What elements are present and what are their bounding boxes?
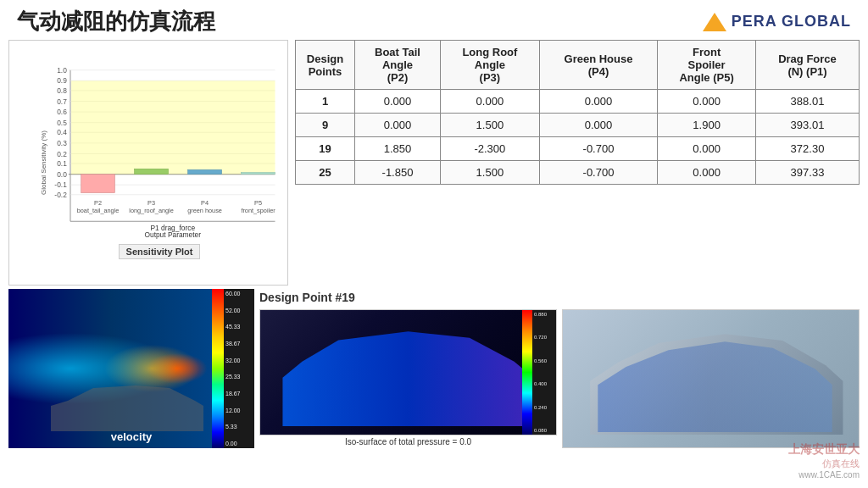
chart-area: Global Sensitivity (%) 1.0 0.9	[8, 40, 288, 286]
highlight-band	[71, 80, 275, 174]
side-colorbar-grad	[522, 310, 532, 435]
logo-area: PERA GLOBAL	[703, 13, 851, 31]
side-cb-5: 0.720	[534, 335, 547, 340]
watermark-url: www.1CAE.com	[788, 470, 860, 480]
sensitivity-chart: 1.0 0.9 0.8 0.7 0.6 0.5 0.4 0.3	[35, 53, 284, 239]
svg-text:green house: green house	[187, 207, 222, 214]
svg-text:-0.2: -0.2	[54, 191, 67, 199]
cfd-side-car	[269, 319, 548, 426]
cfd-side-image: 0.880 0.720 0.560 0.400 0.240 0.080	[259, 309, 557, 435]
svg-text:0.0: 0.0	[57, 170, 67, 179]
bottom-right: Design Point #19 0.880 0.720 0.5	[259, 289, 860, 448]
table-area: DesignPoints Boat TailAngle(P2) Long Roo…	[295, 40, 860, 286]
side-cb-min: 0.080	[534, 428, 547, 433]
svg-text:long_roof_angle: long_roof_angle	[129, 207, 174, 214]
col-header-p5: FrontSpoilerAngle (P5)	[658, 41, 756, 90]
svg-text:Output Parameter: Output Parameter	[144, 230, 201, 239]
cell-val-1-3: 0.000	[539, 114, 657, 137]
cell-val-1-4: 1.900	[658, 114, 756, 137]
cb-label-2: 5.33	[225, 424, 241, 430]
top-section: Global Sensitivity (%) 1.0 0.9	[8, 40, 860, 286]
cell-val-3-5: 397.33	[756, 161, 860, 185]
cfd-3d-image	[562, 309, 860, 448]
logo-triangle-icon	[703, 13, 726, 31]
cell-val-2-4: 0.000	[658, 137, 756, 161]
bar-p5	[242, 173, 275, 175]
svg-text:0.8: 0.8	[57, 86, 67, 95]
svg-text:0.2: 0.2	[57, 150, 67, 158]
col-header-p4: Green House(P4)	[539, 41, 657, 90]
table-row-0: 10.0000.0000.0000.000388.01	[296, 90, 860, 114]
cb-label-9: 52.00	[225, 308, 241, 313]
bar-p2	[81, 175, 115, 193]
table-row-3: 25-1.8501.500-0.7000.000397.33	[296, 161, 860, 185]
cb-label-4: 18.67	[225, 391, 241, 396]
table-header-row: DesignPoints Boat TailAngle(P2) Long Roo…	[296, 41, 860, 90]
cell-val-0-4: 0.000	[658, 90, 756, 114]
logo-text: PERA GLOBAL	[732, 13, 851, 30]
cell-val-0-2: 0.000	[441, 90, 540, 114]
watermark-sub: 仿真在线	[788, 458, 860, 470]
bar-p3	[135, 169, 169, 174]
design-point-header: Design Point #19	[259, 289, 860, 306]
col-header-p2: Boat TailAngle(P2)	[355, 41, 441, 90]
svg-text:0.7: 0.7	[57, 97, 67, 106]
cell-dp-0: 1	[296, 90, 355, 114]
cell-val-0-1: 0.000	[355, 90, 441, 114]
iso-label: Iso-surface of total pressure = 0.0	[259, 435, 557, 448]
cell-dp-2: 19	[296, 137, 355, 161]
svg-text:0.5: 0.5	[57, 119, 67, 127]
cell-val-3-1: -1.850	[355, 161, 441, 185]
cell-dp-3: 25	[296, 161, 355, 185]
design-points-table: DesignPoints Boat TailAngle(P2) Long Roo…	[295, 40, 860, 185]
cfd-velocity-image: 60.00 52.00 45.33 38.67 32.00 25.33 18.6…	[8, 289, 254, 448]
cell-val-3-4: 0.000	[658, 161, 756, 185]
cb-label-3: 12.00	[225, 408, 241, 413]
bottom-section: 60.00 52.00 45.33 38.67 32.00 25.33 18.6…	[8, 289, 860, 448]
table-body: 10.0000.0000.0000.000388.0190.0001.5000.…	[296, 90, 860, 185]
cell-val-3-3: -0.700	[539, 161, 657, 185]
watermark-cn: 上海安世亚大	[788, 442, 860, 458]
cell-val-2-3: -0.700	[539, 137, 657, 161]
cfd-3d-panel	[562, 309, 860, 448]
cb-label-5: 25.33	[225, 374, 241, 380]
main-content: Global Sensitivity (%) 1.0 0.9	[0, 40, 868, 452]
page-header: 气动减阻的仿真流程 PERA GLOBAL	[0, 0, 868, 40]
cb-label-6: 32.00	[225, 358, 241, 363]
svg-text:0.6: 0.6	[57, 108, 67, 116]
cell-val-2-1: 1.850	[355, 137, 441, 161]
cell-dp-1: 9	[296, 114, 355, 137]
cell-val-1-5: 393.01	[756, 114, 860, 137]
side-cb-max: 0.880	[534, 312, 547, 317]
cb-label-min: 0.00	[225, 441, 241, 446]
cell-val-0-5: 388.01	[756, 90, 860, 114]
velocity-panel: 60.00 52.00 45.33 38.67 32.00 25.33 18.6…	[8, 289, 254, 448]
colorbar-gradient	[212, 289, 224, 448]
table-row-1: 90.0001.5000.0001.900393.01	[296, 114, 860, 137]
svg-text:0.1: 0.1	[57, 159, 67, 168]
col-header-p3: Long RoofAngle(P3)	[441, 41, 540, 90]
svg-text:0.9: 0.9	[57, 77, 67, 86]
svg-text:0.3: 0.3	[57, 139, 67, 147]
side-cfd-panel: 0.880 0.720 0.560 0.400 0.240 0.080 Iso-…	[259, 309, 557, 448]
colorbar-labels: 60.00 52.00 45.33 38.67 32.00 25.33 18.6…	[225, 289, 241, 448]
chart-inner: 1.0 0.9 0.8 0.7 0.6 0.5 0.4 0.3	[35, 53, 284, 239]
cell-val-1-1: 0.000	[355, 114, 441, 137]
cb-label-7: 38.67	[225, 341, 241, 347]
svg-text:0.4: 0.4	[57, 128, 67, 136]
cfd-side-colorbar: 0.880 0.720 0.560 0.400 0.240 0.080	[522, 310, 556, 435]
sensitivity-label-box: Sensitivity Plot	[119, 241, 201, 259]
svg-text:front_spoiler: front_spoiler	[241, 207, 275, 214]
cb-label-max: 60.00	[225, 291, 241, 297]
col-header-dp: DesignPoints	[296, 41, 355, 90]
cb-label-8: 45.33	[225, 324, 241, 330]
cell-val-0-3: 0.000	[539, 90, 657, 114]
svg-text:-0.1: -0.1	[54, 180, 67, 189]
svg-text:1.0: 1.0	[57, 66, 67, 75]
svg-text:boat_tail_angle: boat_tail_angle	[77, 207, 120, 214]
cell-val-1-2: 1.500	[441, 114, 540, 137]
velocity-label: velocity	[111, 430, 152, 443]
col-header-p1: Drag Force(N) (P1)	[756, 41, 860, 90]
watermark: 上海安世亚大 仿真在线 www.1CAE.com	[788, 442, 860, 480]
page-title: 气动减阻的仿真流程	[17, 7, 215, 36]
